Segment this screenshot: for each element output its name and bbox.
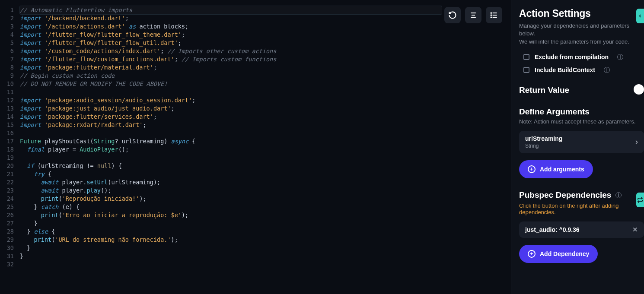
argument-card[interactable]: urlStreaming String ›	[519, 131, 644, 153]
align-center-icon	[469, 11, 478, 19]
close-icon[interactable]: ✕	[632, 226, 638, 234]
list-icon	[490, 11, 498, 19]
pubspec-heading-text: Pubspec Dependencies	[519, 190, 611, 200]
add-dependency-button[interactable]: + Add Dependency	[519, 245, 598, 263]
panel-title: Action Settings	[519, 8, 644, 19]
pubspec-warning: Click the button on the right after addi…	[519, 202, 644, 215]
svg-point-7	[491, 15, 492, 16]
info-icon[interactable]: i	[604, 67, 610, 73]
line-number-gutter: 1234567891011121314151617181920212223242…	[3, 6, 20, 269]
sync-icon	[637, 197, 643, 203]
return-value-section: Return Value	[519, 85, 644, 95]
exclude-label: Exclude from compilation	[535, 54, 609, 60]
argument-type: String	[525, 143, 562, 149]
code-area[interactable]: 1234567891011121314151617181920212223242…	[0, 3, 511, 269]
include-context-row: Include BuildContext i	[519, 66, 644, 73]
return-value-toggle[interactable]	[634, 84, 644, 95]
collapse-panel-button[interactable]	[636, 9, 644, 23]
exclude-checkbox[interactable]	[523, 54, 529, 60]
sync-dependencies-button[interactable]	[636, 193, 644, 207]
chevron-left-icon	[638, 13, 643, 19]
code-editor-pane: 1234567891011121314151617181920212223242…	[0, 0, 511, 294]
editor-toolbar	[444, 7, 502, 23]
add-arguments-label: Add arguments	[540, 166, 584, 173]
list-button[interactable]	[486, 7, 502, 23]
pubspec-heading: Pubspec Dependencies i	[519, 190, 644, 200]
info-icon[interactable]: i	[615, 192, 622, 198]
include-context-label: Include BuildContext	[535, 66, 595, 73]
refresh-icon	[448, 11, 457, 19]
define-args-heading: Define Arguments	[519, 107, 644, 117]
argument-name: urlStreaming	[525, 135, 562, 142]
settings-panel: Action Settings Manage your dependencies…	[511, 0, 644, 294]
exclude-option-row: Exclude from compilation i	[519, 54, 644, 60]
svg-point-6	[491, 13, 492, 13]
define-args-note: Note: Action must accept these as parame…	[519, 118, 644, 125]
add-arguments-button[interactable]: + Add arguments	[519, 160, 593, 178]
refresh-button[interactable]	[444, 7, 461, 23]
add-dependency-label: Add Dependency	[540, 250, 589, 257]
svg-point-8	[491, 17, 492, 18]
plus-icon: +	[528, 165, 536, 173]
format-button[interactable]	[465, 7, 481, 23]
chevron-right-icon: ›	[635, 137, 638, 146]
code-content[interactable]: // Automatic FlutterFlow importsimport '…	[20, 6, 511, 269]
info-icon[interactable]: i	[617, 54, 623, 60]
return-value-heading: Return Value	[519, 85, 569, 95]
panel-subtitle-1: Manage your dependencies and parameters …	[519, 22, 644, 37]
plus-icon: +	[528, 250, 536, 258]
panel-subtitle-2: We will infer the parameters from your c…	[519, 38, 644, 46]
dependency-card[interactable]: just_audio: ^0.9.36 ✕	[519, 221, 644, 238]
dependency-text: just_audio: ^0.9.36	[525, 226, 580, 233]
include-context-checkbox[interactable]	[523, 67, 529, 73]
